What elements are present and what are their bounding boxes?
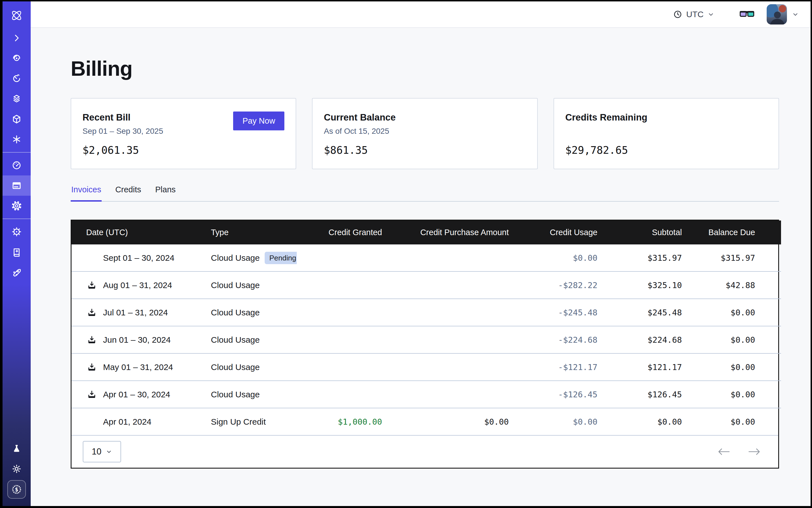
download-invoice-icon[interactable] [86,390,97,399]
table-row: Aug 01 – 31, 2024 Cloud Usage -$282.22 $… [72,271,781,299]
current-balance-card: Current Balance As of Oct 15, 2025 $861.… [312,98,538,169]
credit-purchase-amount-cell: $0.00 [391,408,518,435]
invoice-date: Apr 01 – 30, 2024 [103,390,170,399]
credit-purchase-amount-cell [391,271,518,299]
sidebar-item-billing[interactable] [3,175,31,196]
3d-glasses-icon[interactable] [739,9,755,20]
collapse-chevron-right-icon[interactable] [3,28,31,48]
invoice-type: Cloud Usage [211,363,260,372]
asterisk-icon[interactable] [3,129,31,150]
invoice-date: Aug 01 – 31, 2024 [103,281,172,290]
credit-granted-cell [297,299,391,326]
invoice-type: Cloud Usage [211,335,260,345]
credit-purchase-amount-cell [391,245,518,271]
billing-page: Billing Recent Bill Sep 01 – Sep 30, 202… [31,28,811,506]
pay-now-button[interactable]: Pay Now [233,112,284,130]
table-row: Apr 01, 2024 Sign Up Credit $1,000.00 $0… [72,408,781,435]
book-sparkle-icon[interactable] [3,242,31,262]
column-header-credit-purchase-amount: Credit Purchase Amount [391,220,518,245]
balance-due-cell: $42.88 [691,271,781,299]
balance-due-cell: $0.00 [691,381,781,408]
credits-dollar-badge-button[interactable]: $ [7,480,26,499]
cube-icon[interactable] [3,109,31,129]
table-header-row: Date (UTC) Type Credit Granted Credit Pu… [72,220,781,245]
recent-bill-card: Recent Bill Sep 01 – Sep 30, 2025 $2,061… [71,98,296,169]
credit-purchase-amount-cell [391,326,518,353]
pagination-arrows [717,448,761,456]
column-header-credit-granted: Credit Granted [297,220,391,245]
invoice-date: Jul 01 – 31, 2024 [103,308,168,318]
balance-due-cell: $0.00 [691,408,781,435]
credit-granted-cell: $1,000.00 [297,408,391,435]
credit-purchase-amount-cell [391,381,518,408]
credit-granted-cell [297,381,391,408]
card-subtitle: As of Oct 15, 2025 [324,127,526,136]
credit-usage-cell: $0.00 [518,408,606,435]
tab-credits[interactable]: Credits [115,185,142,202]
column-header-date: Date (UTC) [72,220,202,245]
next-page-arrow-right-icon[interactable] [748,448,761,456]
balance-due-cell: $0.00 [691,326,781,353]
status-badge: Pending [265,252,297,264]
credit-usage-cell: $0.00 [518,245,606,271]
credit-granted-cell [297,245,391,271]
spiral-icon[interactable] [3,48,31,69]
recent-bill-amount: $2,061.35 [83,144,284,156]
topbar: UTC [31,1,811,28]
column-header-subtotal: Subtotal [606,220,691,245]
page-size-value: 10 [92,447,101,457]
app-logo-icon[interactable] [3,3,31,28]
user-avatar[interactable] [767,4,787,25]
helm-icon[interactable] [3,222,31,242]
prev-page-arrow-left-icon[interactable] [717,448,730,456]
download-invoice-icon[interactable] [86,281,97,290]
credit-granted-cell [297,353,391,381]
gear-icon[interactable] [3,196,31,216]
sun-icon[interactable] [3,459,31,479]
gauge-icon[interactable] [3,155,31,175]
subtotal-cell: $315.97 [606,245,691,271]
summary-cards: Recent Bill Sep 01 – Sep 30, 2025 $2,061… [71,98,779,169]
download-invoice-icon[interactable] [86,335,97,345]
credit-purchase-amount-cell [391,299,518,326]
table-row: Apr 01 – 30, 2024 Cloud Usage -$126.45 $… [72,381,781,408]
sidebar-divider [3,152,31,153]
invoice-table-body: Sept 01 – 30, 2024 Cloud Usage Pending $… [72,245,781,435]
table-row: May 01 – 31, 2024 Cloud Usage -$121.17 $… [72,353,781,381]
subtotal-cell: $0.00 [606,408,691,435]
credit-granted-cell [297,271,391,299]
rocket-icon[interactable] [3,262,31,283]
subtotal-cell: $245.48 [606,299,691,326]
invoice-date: Sept 01 – 30, 2024 [103,253,175,263]
tab-invoices[interactable]: Invoices [71,185,102,202]
subtotal-cell: $325.10 [606,271,691,299]
invoice-type: Cloud Usage [211,390,260,399]
invoice-date: May 01 – 31, 2024 [103,363,173,372]
timer-icon[interactable] [3,69,31,89]
flask-icon[interactable] [3,438,31,459]
credit-usage-cell: -$121.17 [518,353,606,381]
tab-plans[interactable]: Plans [155,185,176,202]
table-row: Sept 01 – 30, 2024 Cloud Usage Pending $… [72,245,781,271]
balance-due-cell: $315.97 [691,245,781,271]
chevron-down-icon [106,449,112,455]
layers-icon[interactable] [3,89,31,109]
card-title: Current Balance [324,112,526,123]
credit-usage-cell: -$282.22 [518,271,606,299]
download-invoice-icon[interactable] [86,308,97,318]
timezone-label: UTC [686,9,703,19]
invoice-type: Cloud Usage [211,281,260,290]
table-pagination: 10 [72,435,778,468]
credit-granted-cell [297,326,391,353]
download-invoice-icon[interactable] [86,363,97,372]
account-menu-chevron-down-icon[interactable] [792,11,799,18]
credit-usage-cell: -$245.48 [518,299,606,326]
subtotal-cell: $121.17 [606,353,691,381]
column-header-type: Type [202,220,297,245]
credits-remaining-amount: $29,782.65 [565,144,767,156]
column-header-credit-usage: Credit Usage [518,220,606,245]
timezone-selector[interactable]: UTC [673,9,714,19]
app-window: $ UTC [0,0,812,508]
page-size-select[interactable]: 10 [83,441,121,462]
current-balance-amount: $861.35 [324,144,526,156]
